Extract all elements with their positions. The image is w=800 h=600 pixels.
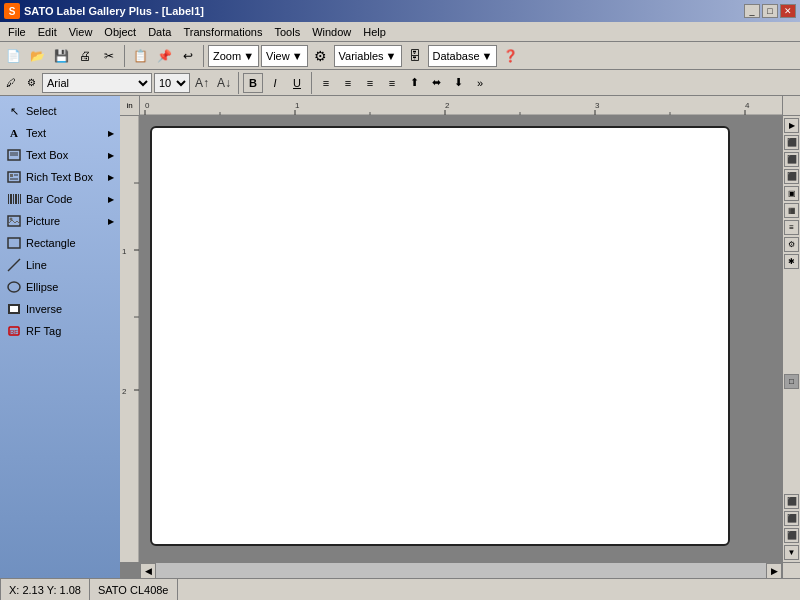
tool-ellipse[interactable]: Ellipse <box>0 276 120 298</box>
font-family-select[interactable]: Arial <box>42 73 152 93</box>
align-center-button[interactable]: ≡ <box>338 73 358 93</box>
rt-btn-bottom3[interactable]: ⬛ <box>784 528 799 543</box>
decrease-font-btn[interactable]: A↓ <box>214 73 234 93</box>
rt-btn-7[interactable]: ≡ <box>784 220 799 235</box>
rt-btn-6[interactable]: ▦ <box>784 203 799 218</box>
increase-font-btn[interactable]: A↑ <box>192 73 212 93</box>
rt-btn-8[interactable]: ⚙ <box>784 237 799 252</box>
cut-button[interactable]: ✂ <box>98 45 120 67</box>
rftag-icon: RF <box>6 323 22 339</box>
paste-button[interactable]: 📌 <box>153 45 175 67</box>
tool-select-label: Select <box>26 105 57 117</box>
label-canvas <box>150 126 730 546</box>
svg-text:1: 1 <box>295 101 300 110</box>
view-dropdown[interactable]: View ▼ <box>261 45 308 67</box>
rt-btn-2[interactable]: ⬛ <box>784 135 799 150</box>
open-button[interactable]: 📂 <box>26 45 48 67</box>
view-arrow: ▼ <box>292 50 303 62</box>
svg-rect-15 <box>8 238 20 248</box>
menu-data[interactable]: Data <box>142 22 177 42</box>
tool-rftag[interactable]: RF RF Tag <box>0 320 120 342</box>
new-button[interactable]: 📄 <box>2 45 24 67</box>
print-button[interactable]: 🖨 <box>74 45 96 67</box>
tool-rftag-label: RF Tag <box>26 325 61 337</box>
hscroll-track[interactable] <box>156 563 766 578</box>
rt-btn-bottom2[interactable]: ⬛ <box>784 511 799 526</box>
tool-richtextbox-label: Rich Text Box <box>26 171 93 183</box>
rt-btn-5[interactable]: ▣ <box>784 186 799 201</box>
align-middle-button[interactable]: ⬌ <box>426 73 446 93</box>
menu-help[interactable]: Help <box>357 22 392 42</box>
align-right-button[interactable]: ≡ <box>360 73 380 93</box>
canvas-scroll[interactable] <box>140 116 782 562</box>
rt-btn-1[interactable]: ▶ <box>784 118 799 133</box>
align-left-button[interactable]: ≡ <box>316 73 336 93</box>
rt-btn-9[interactable]: ✱ <box>784 254 799 269</box>
undo-button[interactable]: ↩ <box>177 45 199 67</box>
help-button[interactable]: ❓ <box>499 45 521 67</box>
hscroll-left-btn[interactable]: ◀ <box>140 563 156 578</box>
rt-btn-scroll[interactable]: □ <box>784 374 799 389</box>
tool-inverse[interactable]: Inverse <box>0 298 120 320</box>
copy-button[interactable]: 📋 <box>129 45 151 67</box>
database-dropdown[interactable]: Database ▼ <box>428 45 498 67</box>
bold-button[interactable]: B <box>243 73 263 93</box>
tool-text[interactable]: A Text <box>0 122 120 144</box>
more-options-btn[interactable]: » <box>470 73 490 93</box>
inverse-icon <box>6 301 22 317</box>
tool-barcode[interactable]: Bar Code <box>0 188 120 210</box>
underline-button[interactable]: U <box>287 73 307 93</box>
variables-dropdown[interactable]: Variables ▼ <box>334 45 402 67</box>
main-area: ↖ Select A Text Text Box Rich Text Box B… <box>0 96 800 578</box>
tool-textbox[interactable]: Text Box <box>0 144 120 166</box>
align-justify-button[interactable]: ≡ <box>382 73 402 93</box>
font-size-select[interactable]: 10 12 14 16 <box>154 73 190 93</box>
svg-rect-11 <box>18 194 19 204</box>
menu-file[interactable]: File <box>2 22 32 42</box>
menu-tools[interactable]: Tools <box>268 22 306 42</box>
window-controls[interactable]: _ □ ✕ <box>744 4 796 18</box>
canvas-area: in 0 1 2 3 4 <box>120 96 800 578</box>
rt-btn-4[interactable]: ⬛ <box>784 169 799 184</box>
italic-button[interactable]: I <box>265 73 285 93</box>
restore-button[interactable]: □ <box>762 4 778 18</box>
zoom-dropdown[interactable]: Zoom ▼ <box>208 45 259 67</box>
coordinates-text: X: 2.13 Y: 1.08 <box>9 584 81 596</box>
refresh-button[interactable]: ⚙ <box>310 45 332 67</box>
tool-line-label: Line <box>26 259 47 271</box>
close-button[interactable]: ✕ <box>780 4 796 18</box>
rectangle-icon <box>6 235 22 251</box>
save-button[interactable]: 💾 <box>50 45 72 67</box>
svg-rect-8 <box>10 194 12 204</box>
align-bottom-button[interactable]: ⬇ <box>448 73 468 93</box>
svg-text:0: 0 <box>145 101 150 110</box>
rt-btn-bottom4[interactable]: ▼ <box>784 545 799 560</box>
menu-window[interactable]: Window <box>306 22 357 42</box>
hscroll-area: ◀ ▶ <box>120 562 800 578</box>
view-label: View <box>266 50 290 62</box>
ruler-corner: in <box>120 96 140 116</box>
menu-edit[interactable]: Edit <box>32 22 63 42</box>
font-settings-btn[interactable]: ⚙ <box>22 74 40 92</box>
font-options-btn[interactable]: 🖊 <box>2 74 20 92</box>
tool-picture[interactable]: Picture <box>0 210 120 232</box>
canvas-with-rulers: in 0 1 2 3 4 <box>120 96 800 578</box>
tool-line[interactable]: Line <box>0 254 120 276</box>
zoom-label: Zoom <box>213 50 241 62</box>
rt-btn-3[interactable]: ⬛ <box>784 152 799 167</box>
printer-text: SATO CL408e <box>98 584 169 596</box>
tool-rectangle[interactable]: Rectangle <box>0 232 120 254</box>
svg-rect-12 <box>20 194 21 204</box>
align-top-button[interactable]: ⬆ <box>404 73 424 93</box>
menu-view[interactable]: View <box>63 22 99 42</box>
tool-richtextbox[interactable]: Rich Text Box <box>0 166 120 188</box>
ruler-corner-right <box>782 96 800 116</box>
hscroll-right-btn[interactable]: ▶ <box>766 563 782 578</box>
rt-btn-bottom[interactable]: ⬛ <box>784 494 799 509</box>
menu-transformations[interactable]: Transformations <box>177 22 268 42</box>
svg-rect-4 <box>10 174 13 177</box>
menu-object[interactable]: Object <box>98 22 142 42</box>
minimize-button[interactable]: _ <box>744 4 760 18</box>
printer-section: SATO CL408e <box>90 579 178 600</box>
tool-select[interactable]: ↖ Select <box>0 100 120 122</box>
